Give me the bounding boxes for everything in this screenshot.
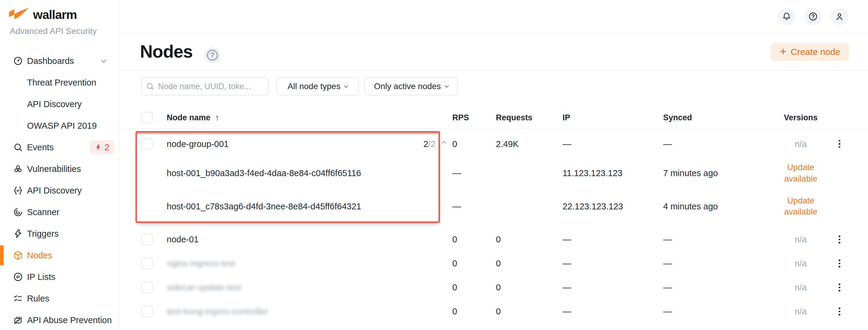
- row-checkbox[interactable]: [141, 258, 153, 269]
- table-row[interactable]: node-01 0 0 — — n/a: [119, 227, 868, 252]
- sidebar-item-label: Scanner: [27, 207, 59, 217]
- node-group-card: node-group-001 2/2 0 2.49K — — n/a host-…: [119, 131, 868, 223]
- requests-value: 0: [496, 235, 501, 244]
- ip-value: —: [562, 307, 571, 317]
- sidebar-item-label: Nodes: [27, 251, 52, 260]
- title-divider: [119, 70, 868, 71]
- sidebar-item-api-discovery[interactable]: API Discovery: [0, 180, 118, 201]
- column-versions[interactable]: Versions: [765, 113, 837, 122]
- node-name: node-01: [167, 235, 198, 244]
- requests-value: 0: [496, 283, 501, 293]
- sidebar: wallarm Advanced API Security Dashboards…: [0, 0, 119, 330]
- active-nodes-filter[interactable]: Only active nodes: [364, 77, 458, 95]
- instance-name: host-001_b90a3ad3-f4ed-4daa-8e84-c04ff6f…: [167, 168, 361, 178]
- page-title: Nodes: [140, 41, 192, 62]
- sidebar-item-label: Triggers: [27, 229, 59, 239]
- ip-value: 22.123.123.123: [562, 201, 623, 211]
- synced-value: —: [663, 259, 672, 268]
- row-menu-button[interactable]: [835, 307, 844, 316]
- versions-cell: Update available: [765, 162, 837, 185]
- select-all-checkbox[interactable]: [141, 112, 153, 123]
- bot-slash-icon: [12, 315, 24, 326]
- row-checkbox[interactable]: [141, 306, 153, 317]
- sidebar-item-api-discovery-dashboard[interactable]: API Discovery: [0, 93, 118, 115]
- sidebar-nav: Dashboards Threat Prevention API Discove…: [0, 50, 118, 330]
- column-synced[interactable]: Synced: [663, 113, 692, 122]
- versions-value: n/a: [765, 235, 837, 244]
- sidebar-item-nodes[interactable]: Nodes: [0, 244, 118, 266]
- ip-value: —: [562, 139, 571, 149]
- sidebar-item-events[interactable]: Events 2: [0, 136, 118, 158]
- topbar: [119, 0, 868, 34]
- svg-text:IP: IP: [16, 275, 20, 279]
- sidebar-item-label: API Discovery: [27, 99, 82, 109]
- versions-value: n/a: [765, 259, 837, 268]
- sidebar-item-dashboards[interactable]: Dashboards: [0, 50, 118, 72]
- help-button[interactable]: [804, 8, 822, 25]
- rps-value: 0: [452, 259, 457, 268]
- row-menu-button[interactable]: [835, 284, 844, 292]
- sidebar-item-label: IP Lists: [27, 272, 56, 282]
- sidebar-item-owasp-api-2019[interactable]: OWASP API 2019: [0, 115, 118, 136]
- node-type-filter[interactable]: All node types: [276, 77, 359, 95]
- rps-value: 0: [452, 139, 457, 149]
- row-checkbox[interactable]: [141, 282, 153, 293]
- synced-value: —: [663, 139, 672, 149]
- lightning-icon: [12, 228, 24, 239]
- ip-value: —: [562, 235, 571, 244]
- row-checkbox[interactable]: [141, 234, 153, 245]
- table-row-group[interactable]: node-group-001 2/2 0 2.49K — — n/a: [119, 131, 868, 157]
- search-icon: [12, 142, 24, 153]
- search-input[interactable]: [158, 82, 264, 91]
- nodes-page: wallarm Advanced API Security Dashboards…: [0, 0, 868, 330]
- table-header: Node name↑ RPS Requests IP Synced Versio…: [119, 107, 868, 128]
- requests-value: 0: [496, 259, 501, 268]
- node-type-filter-label: All node types: [288, 81, 341, 91]
- sidebar-item-triggers[interactable]: Triggers: [0, 223, 118, 244]
- table-row-group-instance[interactable]: host-001_b90a3ad3-f4ed-4daa-8e84-c04ff6f…: [119, 157, 868, 190]
- column-ip[interactable]: IP: [562, 113, 570, 122]
- question-icon: ?: [207, 50, 218, 61]
- wallarm-logo: wallarm: [9, 6, 77, 23]
- search-icon: [146, 82, 154, 91]
- ip-value: 11.123.123.123: [562, 168, 622, 178]
- brand-name: wallarm: [33, 8, 77, 22]
- events-count-badge: 2: [90, 140, 114, 154]
- row-menu-button[interactable]: [835, 235, 844, 243]
- account-button[interactable]: [831, 8, 848, 25]
- question-icon: [808, 12, 818, 21]
- sidebar-item-label: API Discovery: [27, 186, 82, 196]
- sidebar-item-vulnerabilities[interactable]: Vulnerabilities: [0, 158, 118, 180]
- table-row[interactable]: test-kong-ingres-controller 0 0 — — n/a: [119, 299, 868, 323]
- versions-value: n/a: [765, 283, 837, 293]
- update-available-link[interactable]: Update available: [776, 195, 826, 218]
- column-requests[interactable]: Requests: [496, 113, 532, 122]
- column-node-name[interactable]: Node name↑: [167, 113, 219, 122]
- lightning-icon: [95, 144, 102, 151]
- table-row[interactable]: sidecar-update-test 0 0 — — n/a: [119, 275, 868, 299]
- sidebar-item-threat-prevention[interactable]: Threat Prevention: [0, 72, 118, 93]
- sidebar-item-scanner[interactable]: Scanner: [0, 201, 118, 223]
- user-icon: [835, 12, 844, 21]
- sidebar-item-ip-lists[interactable]: IP IP Lists: [0, 266, 118, 288]
- group-name: node-group-001: [167, 139, 228, 149]
- synced-value: —: [663, 307, 672, 317]
- row-menu-button[interactable]: [835, 140, 844, 148]
- row-menu-button[interactable]: [835, 260, 844, 268]
- column-rps[interactable]: RPS: [452, 113, 469, 122]
- row-checkbox[interactable]: [141, 138, 153, 150]
- update-available-link[interactable]: Update available: [776, 162, 826, 185]
- ip-circle-icon: IP: [12, 271, 24, 282]
- collapse-group-icon[interactable]: [441, 141, 446, 145]
- scanner-spiral-icon: [12, 207, 24, 218]
- table-row[interactable]: nginx-ingress-test 0 0 — — n/a: [119, 252, 868, 275]
- sidebar-item-api-abuse-prevention[interactable]: API Abuse Prevention: [0, 309, 118, 330]
- notifications-button[interactable]: [778, 8, 795, 25]
- active-nodes-filter-label: Only active nodes: [374, 81, 441, 91]
- create-node-button[interactable]: + Create node: [771, 43, 849, 61]
- sidebar-item-label: API Abuse Prevention: [27, 315, 112, 325]
- sidebar-item-rules[interactable]: Rules: [0, 288, 118, 309]
- page-help-button[interactable]: ?: [205, 47, 220, 63]
- table-row-group-instance[interactable]: host-001_c78s3ag6-d4fd-3nee-8e84-d45ff6f…: [119, 190, 868, 223]
- create-node-label: Create node: [791, 47, 840, 57]
